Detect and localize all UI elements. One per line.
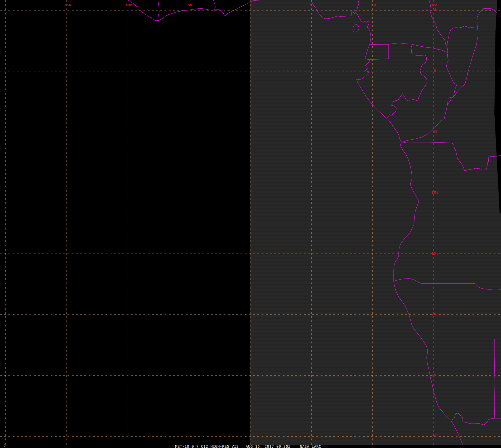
lat-label-5S: 5S <box>433 129 438 134</box>
lat-label-15S: 15S <box>431 251 439 255</box>
lat-label-20S: 20S <box>431 312 439 316</box>
lat-label-10S: 10S <box>431 190 439 194</box>
lat-label-25S: 25S <box>431 373 439 377</box>
lon-label-15E: 15E <box>431 3 439 7</box>
lon-label-10W: 10W <box>125 3 133 7</box>
lon-label-10E: 10E <box>370 3 377 7</box>
lon-label-5E: 5E <box>310 3 315 7</box>
satellite-map-svg <box>0 0 501 448</box>
lon-label-15W: 15W <box>64 3 71 7</box>
satellite-image-frame: 15W10W5W05E10E15E5N05S10S15S20S25S30S ME… <box>0 0 501 448</box>
caption: MET-10 0.7 C12 HIGH-RES VIS AUG 16, 2017… <box>175 444 321 448</box>
lon-label-0: 0 <box>250 3 252 7</box>
lon-label-5W: 5W <box>188 3 193 7</box>
lat-label-30S: 30S <box>431 434 439 438</box>
frame-counter: 2 <box>3 444 6 448</box>
day-region <box>250 0 501 445</box>
lat-label-0: 0 <box>434 69 436 73</box>
lat-label-5N: 5N <box>433 8 438 12</box>
